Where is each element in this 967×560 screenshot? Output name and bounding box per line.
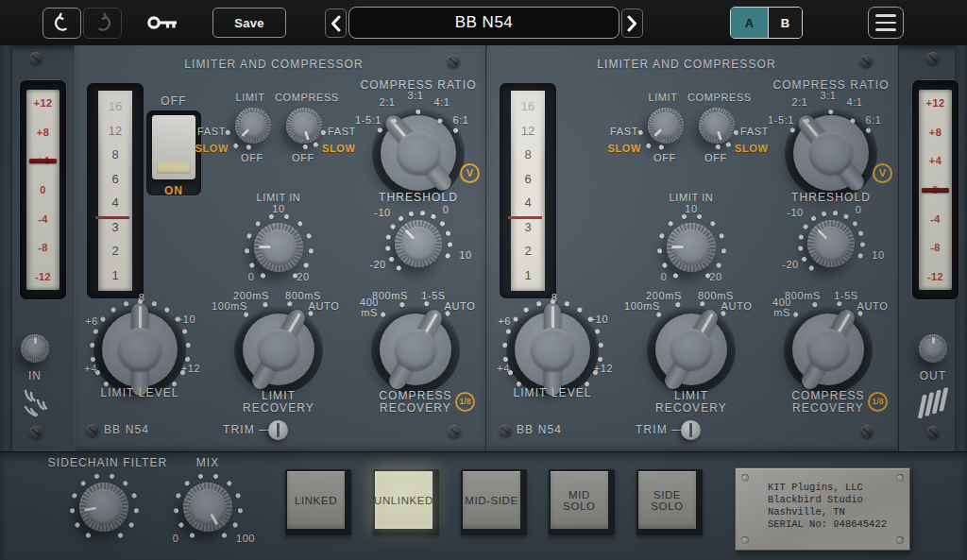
tick-dot: [184, 356, 190, 362]
serial-nameplate: KIT Plugins, LLC Blackbird Studio Nashvi…: [735, 467, 910, 551]
strip-value: 3: [511, 220, 545, 234]
ratio-indicator-strip: 16 12 8 6 4 3 2 1: [87, 83, 144, 298]
prev-preset-button[interactable]: [325, 8, 347, 38]
unlinked-button[interactable]: UNLINKED: [373, 469, 439, 535]
tick-dot: [836, 300, 841, 306]
limit-mode-knob[interactable]: [235, 108, 271, 144]
plate-screw: [896, 474, 904, 482]
tick-dot: [268, 213, 274, 219]
limit-fast-label: FAST: [192, 126, 226, 137]
mix-knob[interactable]: [183, 483, 232, 532]
vintage-badge[interactable]: V: [873, 163, 892, 183]
compress-ratio-knob[interactable]: [793, 115, 869, 191]
next-preset-button[interactable]: [621, 8, 643, 38]
plate-line: SERIAL No: 948645422: [768, 518, 887, 530]
mid-side-button[interactable]: MID-SIDE: [461, 469, 527, 535]
compress-fast-label: FAST: [328, 126, 362, 137]
tick-dot: [244, 248, 248, 253]
limit-recovery-tick: 100mS: [201, 300, 258, 312]
meter-scale-value: +8: [26, 127, 59, 138]
sidechain-filter-title: SIDECHAIN FILTER: [34, 456, 181, 469]
limit-in-knob[interactable]: [667, 223, 716, 272]
tick-dot: [502, 342, 507, 347]
limit-fast-label: FAST: [604, 126, 638, 137]
limit-mode-knob[interactable]: [648, 108, 684, 144]
redo-icon: [92, 12, 114, 35]
channel-right: LIMITER AND COMPRESSOR 16 12 8 6 4 3 2 1…: [413, 45, 967, 451]
limit-in-title: LIMIT IN: [653, 192, 729, 203]
mix-max-tick: 100: [229, 533, 263, 544]
tick-dot: [178, 521, 184, 528]
linked-button[interactable]: LINKED: [285, 469, 351, 535]
undo-button[interactable]: [42, 8, 81, 39]
tick-dot: [286, 300, 292, 306]
meter-scale-value: -8: [919, 242, 952, 253]
ab-b-button[interactable]: B: [768, 8, 802, 38]
screw: [499, 424, 512, 437]
limit-in-tick: 10: [269, 203, 288, 214]
limit-level-title: LIMIT LEVEL: [485, 386, 619, 399]
sidechain-filter-knob[interactable]: [79, 483, 128, 532]
compress-mode-knob[interactable]: [699, 108, 735, 144]
strip-value: 2: [98, 244, 132, 258]
tick-dot: [656, 248, 661, 253]
bottom-section: SIDECHAIN FILTER MIX 0 100 LINKED UNLINK…: [0, 451, 967, 560]
tick-dot: [175, 492, 181, 499]
threshold-knob[interactable]: [807, 220, 855, 267]
tick-dot: [305, 232, 312, 239]
trim-screw-slider[interactable]: [681, 420, 701, 440]
tick-dot: [828, 109, 833, 113]
compress-mode-title: COMPRESS: [687, 92, 750, 103]
save-button[interactable]: Save: [212, 8, 286, 38]
tick-dot: [74, 521, 80, 528]
limit-recovery-knob[interactable]: [655, 314, 727, 385]
redo-button[interactable]: [83, 8, 122, 39]
vu-meter-left: +12 +8 +4 0 -4 -8 -12: [20, 80, 66, 299]
tick-dot: [138, 299, 143, 304]
tick-dot: [173, 508, 178, 513]
limit-level-knob[interactable]: [515, 312, 590, 387]
compress-recovery-knob[interactable]: [792, 314, 864, 385]
preset-display[interactable]: BB N54: [348, 7, 619, 39]
strip-value: 8: [98, 147, 132, 161]
limit-recovery-tick: 100mS: [614, 300, 670, 312]
menu-button[interactable]: [868, 7, 904, 39]
power-on-label: ON: [148, 184, 199, 197]
tick-dot: [234, 492, 241, 499]
ratio-eighth-badge[interactable]: 1/8: [868, 392, 888, 412]
side-solo-button[interactable]: SIDESOLO: [636, 469, 703, 535]
screw: [860, 425, 874, 438]
compress-mode-knob[interactable]: [286, 108, 322, 144]
strip-value: 1: [511, 268, 545, 282]
tick-dot: [811, 301, 817, 307]
limit-level-knob[interactable]: [102, 312, 178, 387]
trim-screw-slider[interactable]: [268, 420, 288, 440]
limit-recovery-knob[interactable]: [243, 314, 314, 385]
tick-dot: [109, 473, 114, 479]
tick-dot: [246, 232, 252, 239]
strip-value: 16: [98, 99, 132, 113]
tick-dot: [117, 532, 124, 538]
ab-a-button[interactable]: A: [731, 8, 768, 38]
strip-value: 1: [98, 268, 132, 282]
tick-dot: [93, 328, 99, 334]
ab-compare-toggle: A B: [730, 7, 803, 39]
tick-dot: [183, 480, 190, 486]
limit-recovery-tick: 200mS: [223, 290, 280, 301]
tick-dot: [185, 342, 190, 347]
screw: [859, 55, 873, 68]
tick-dot: [857, 252, 863, 259]
key-lock-icon[interactable]: [146, 12, 180, 33]
channel-section-title: LIMITER AND COMPRESSOR: [581, 58, 792, 71]
tick-dot: [597, 356, 602, 362]
meter-scale: +12 +8 +4 0 -4 -8 -12: [26, 90, 59, 290]
limit-off-label: OFF: [650, 152, 680, 163]
toolbar: Save BB N54 A B: [0, 0, 967, 45]
tick-dot: [658, 144, 664, 149]
strip-value: 4: [98, 195, 132, 210]
limit-in-knob[interactable]: [254, 223, 303, 272]
limit-off-label: OFF: [237, 152, 267, 163]
compress-off-label: OFF: [288, 152, 318, 163]
mid-solo-button[interactable]: MIDSOLO: [549, 469, 615, 535]
ratio-tick: 2:1: [373, 96, 401, 108]
